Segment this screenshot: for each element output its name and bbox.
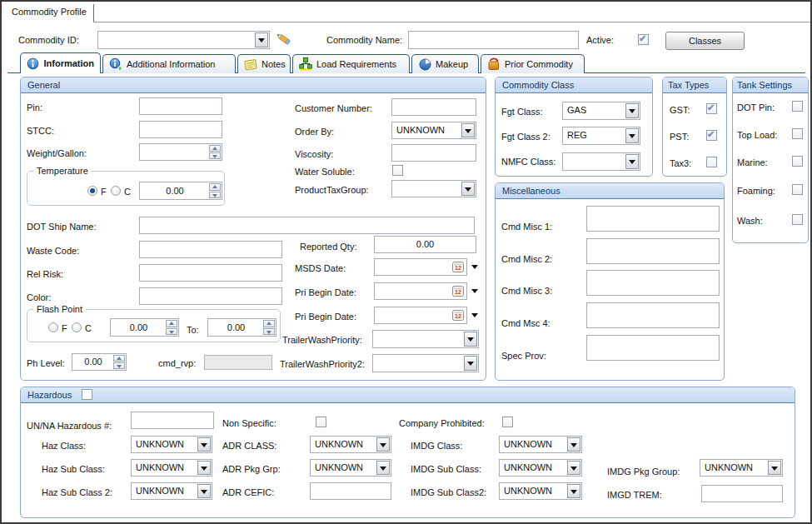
document-tab-title[interactable]: Commodity Profile (12, 7, 87, 17)
customer-number-input[interactable] (391, 98, 476, 116)
wash-checkbox[interactable] (792, 214, 803, 225)
dropdown-button[interactable] (197, 484, 211, 498)
date-dropdown-arrow[interactable] (471, 265, 478, 269)
imdg-sub-class-combo[interactable]: UNKNOWN (499, 459, 582, 477)
imdg-pkg-group-combo[interactable]: UNKNOWN (700, 459, 783, 477)
msds-date-input[interactable]: 12 (374, 258, 467, 276)
weight-gallon-spinner[interactable] (139, 143, 222, 161)
haz-class-combo[interactable]: UNKNOWN (131, 436, 212, 453)
spin-down-button[interactable] (209, 152, 221, 159)
pst-checkbox[interactable] (706, 130, 717, 141)
dropdown-button[interactable] (567, 484, 580, 498)
date-dropdown-arrow[interactable] (471, 313, 478, 317)
dropdown-button[interactable] (255, 32, 268, 47)
tab-information[interactable]: Information (20, 52, 101, 73)
company-prohibited-checkbox[interactable] (502, 417, 513, 427)
flash-point-to-spinner[interactable]: 0.00 (207, 318, 276, 337)
dot-pin-checkbox[interactable] (792, 101, 803, 112)
rel-risk-input[interactable] (139, 264, 282, 282)
non-specific-checkbox[interactable] (316, 417, 326, 427)
haz-sub-class-combo[interactable]: UNKNOWN (131, 459, 212, 477)
commodity-name-input[interactable] (408, 31, 579, 49)
calendar-icon[interactable]: 12 (452, 286, 464, 301)
spin-up-button[interactable] (209, 183, 221, 191)
fgt-class-combo[interactable]: GAS (562, 102, 640, 120)
dropdown-button[interactable] (768, 461, 781, 475)
adr-pkg-grp-combo[interactable]: UNKNOWN (310, 459, 391, 477)
dropdown-button[interactable] (376, 461, 390, 475)
flash-point-c-radio[interactable] (72, 322, 82, 332)
calendar-icon[interactable]: 12 (452, 262, 464, 277)
un-na-hazardous-input[interactable] (131, 412, 214, 429)
pin-input[interactable] (139, 97, 222, 115)
cmd-msc-4-input[interactable] (586, 302, 720, 328)
spec-prov-input[interactable] (586, 335, 720, 361)
dropdown-button[interactable] (197, 461, 211, 475)
spin-up-button[interactable] (209, 145, 221, 152)
fgt-class2-combo[interactable]: REG (562, 127, 640, 145)
dropdown-button[interactable] (625, 128, 639, 143)
spin-down-button[interactable] (263, 328, 275, 336)
tab-notes[interactable]: Notes (237, 54, 291, 73)
calendar-icon[interactable]: 12 (452, 310, 464, 325)
trailer-wash-priority2-combo[interactable] (372, 354, 479, 372)
gst-checkbox[interactable] (706, 103, 717, 114)
pri-begin-date-input[interactable]: 12 (374, 282, 467, 300)
water-soluble-checkbox[interactable] (392, 165, 403, 176)
dropdown-button[interactable] (625, 103, 639, 118)
tab-load-requirements[interactable]: Load Requirements (292, 54, 410, 73)
pri-begin-date2-input[interactable]: 12 (374, 307, 467, 324)
ph-level-spinner[interactable]: 0.00 (72, 353, 127, 371)
stcc-input[interactable] (139, 121, 222, 138)
cmd-misc-1-input[interactable] (586, 206, 720, 232)
hazardous-checkbox[interactable] (82, 389, 92, 400)
dropdown-button[interactable] (464, 332, 477, 347)
top-load-checkbox[interactable] (792, 128, 803, 139)
dropdown-button[interactable] (567, 461, 580, 475)
order-by-combo[interactable]: UNKNOWN (391, 122, 476, 139)
spin-down-button[interactable] (166, 328, 177, 336)
flash-point-f-radio[interactable] (48, 322, 58, 332)
dot-ship-name-input[interactable] (139, 217, 475, 234)
trailer-wash-priority-combo[interactable] (372, 330, 479, 348)
foaming-checkbox[interactable] (792, 184, 803, 195)
temperature-spinner[interactable]: 0.00 (139, 182, 222, 200)
spin-down-button[interactable] (113, 362, 125, 369)
product-tax-group-combo[interactable] (391, 180, 476, 197)
dropdown-button[interactable] (461, 182, 475, 196)
dropdown-button[interactable] (625, 154, 639, 169)
dropdown-button[interactable] (464, 356, 477, 371)
tab-makeup[interactable]: Makeup (411, 54, 479, 73)
dropdown-button[interactable] (197, 437, 211, 452)
adr-class-combo[interactable]: UNKNOWN (310, 436, 391, 453)
tab-additional-information[interactable]: Additional Information (102, 54, 236, 73)
spin-up-button[interactable] (113, 355, 125, 362)
haz-sub-class2-combo[interactable]: UNKNOWN (131, 482, 212, 500)
spin-up-button[interactable] (166, 320, 177, 327)
pencil-icon[interactable] (276, 32, 294, 50)
temperature-c-radio[interactable] (111, 186, 121, 196)
reported-qty-input[interactable]: 0.00 (374, 236, 476, 253)
marine-checkbox[interactable] (792, 156, 803, 167)
date-dropdown-arrow[interactable] (471, 289, 478, 293)
temperature-f-radio[interactable] (87, 186, 97, 196)
nmfc-class-combo[interactable] (562, 152, 640, 171)
tab-prior-commodity[interactable]: Prior Commodity (481, 54, 585, 73)
color-input[interactable] (139, 287, 282, 305)
waste-code-input[interactable] (139, 241, 282, 258)
dropdown-button[interactable] (376, 437, 390, 452)
classes-button[interactable]: Classes (665, 32, 745, 50)
cmd-misc-3-input[interactable] (586, 270, 720, 296)
cmd-misc-2-input[interactable] (586, 238, 720, 264)
flash-point-from-spinner[interactable]: 0.00 (110, 318, 179, 337)
spin-down-button[interactable] (209, 192, 221, 199)
active-checkbox[interactable] (638, 34, 649, 45)
viscosity-input[interactable] (391, 144, 476, 162)
imgd-trem-input[interactable] (701, 485, 783, 502)
imdg-sub-class2-combo[interactable]: UNKNOWN (499, 482, 582, 500)
dropdown-button[interactable] (567, 437, 580, 452)
tax3-checkbox[interactable] (706, 157, 717, 167)
dropdown-button[interactable] (461, 123, 475, 137)
commodity-id-combo[interactable] (97, 31, 270, 49)
spin-up-button[interactable] (263, 320, 275, 327)
